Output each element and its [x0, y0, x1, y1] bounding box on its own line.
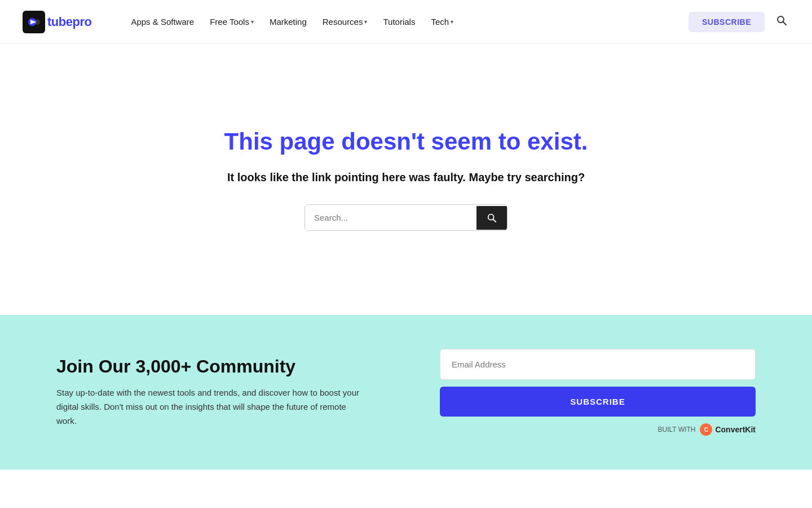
svg-line-6 — [493, 219, 496, 222]
nav-item-marketing[interactable]: Marketing — [264, 12, 312, 31]
convertkit-attribution: BUILT WITH C ConvertKit — [440, 423, 756, 436]
footer-right: SUBSCRIBE BUILT WITH C ConvertKit — [440, 349, 756, 436]
search-toggle-button[interactable] — [774, 12, 789, 31]
site-header: tubepro Apps & Software Free Tools ▾ Mar… — [0, 0, 812, 44]
search-submit-button[interactable] — [476, 206, 507, 230]
chevron-down-icon: ▾ — [251, 19, 254, 25]
footer-description: Stay up-to-date with the newest tools an… — [56, 386, 361, 428]
main-nav: Apps & Software Free Tools ▾ Marketing R… — [125, 12, 459, 31]
convertkit-name: ConvertKit — [715, 425, 756, 434]
convertkit-icon: C — [700, 423, 712, 436]
nav-item-resources[interactable]: Resources ▾ — [317, 12, 373, 31]
search-icon — [776, 15, 787, 26]
logo-text: tubepro — [47, 15, 91, 29]
search-icon — [487, 213, 497, 223]
nav-item-tutorials[interactable]: Tutorials — [377, 12, 421, 31]
built-with-label: BUILT WITH — [658, 426, 696, 433]
footer-left: Join Our 3,000+ Community Stay up-to-dat… — [56, 356, 361, 428]
footer: Join Our 3,000+ Community Stay up-to-dat… — [0, 315, 812, 470]
subscribe-button[interactable]: SUBSCRIBE — [689, 12, 765, 32]
footer-title: Join Our 3,000+ Community — [56, 356, 361, 377]
chevron-down-icon: ▾ — [451, 19, 453, 25]
error-title: This page doesn't seem to exist. — [224, 128, 588, 155]
footer-subscribe-button[interactable]: SUBSCRIBE — [440, 387, 756, 417]
main-content: This page doesn't seem to exist. It look… — [0, 44, 812, 315]
svg-line-4 — [783, 22, 787, 25]
header-right: SUBSCRIBE — [689, 12, 789, 32]
chevron-down-icon: ▾ — [364, 19, 367, 25]
nav-item-apps-software[interactable]: Apps & Software — [125, 12, 200, 31]
email-input[interactable] — [440, 349, 756, 380]
nav-item-tech[interactable]: Tech ▾ — [425, 12, 459, 31]
nav-item-free-tools[interactable]: Free Tools ▾ — [204, 12, 259, 31]
error-subtitle: It looks like the link pointing here was… — [227, 171, 585, 184]
convertkit-logo: C ConvertKit — [700, 423, 756, 436]
logo[interactable]: tubepro — [23, 11, 91, 33]
header-left: tubepro Apps & Software Free Tools ▾ Mar… — [23, 11, 459, 33]
logo-icon — [23, 11, 45, 33]
search-input[interactable] — [305, 205, 476, 230]
search-form — [304, 204, 508, 231]
